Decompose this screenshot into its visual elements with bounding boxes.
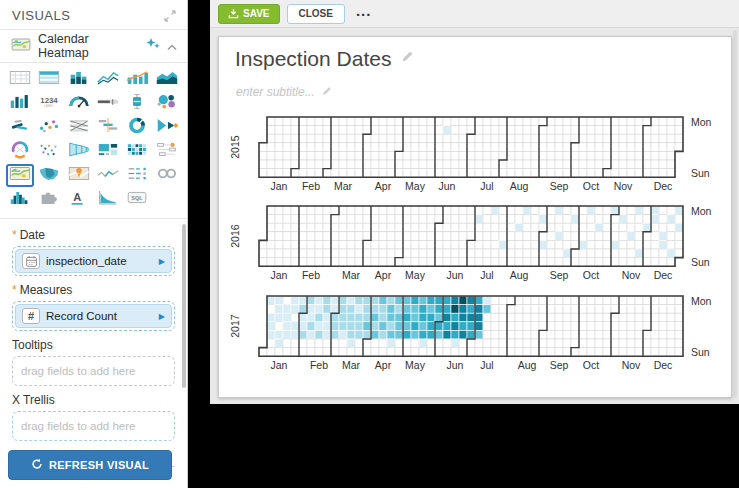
extension-icon	[37, 188, 61, 211]
drop-zone-x-trellis[interactable]: drag fields to add here	[12, 411, 175, 441]
visual-title[interactable]: Inspection Dates	[235, 47, 391, 71]
visual-type-chord[interactable]	[6, 140, 34, 163]
visual-type-scatter-dense[interactable]	[35, 140, 63, 163]
bars-icon	[8, 92, 32, 115]
svg-text:Dec: Dec	[654, 359, 673, 371]
svg-text:Aug: Aug	[510, 269, 529, 281]
visual-type-rich-text[interactable]: A	[65, 188, 93, 211]
edit-title-icon[interactable]	[400, 50, 414, 68]
field-options-caret-icon[interactable]: ▶	[159, 312, 165, 321]
histogram-icon	[8, 188, 32, 211]
visual-type-sql[interactable]: SQL	[123, 188, 151, 211]
download-icon	[228, 8, 239, 19]
visual-type-word-cloud[interactable]	[6, 116, 34, 139]
refresh-visual-button[interactable]: REFRESH VISUAL	[8, 450, 172, 480]
visual-type-field-list[interactable]	[123, 164, 151, 187]
word-cloud-icon	[8, 116, 32, 139]
visual-type-table[interactable]	[6, 68, 34, 91]
calendar-heatmap-2016[interactable]: JanFebMarAprMayJunJulAugSepOctNovDec2016…	[219, 204, 732, 290]
svg-text:Mar: Mar	[342, 269, 361, 281]
svg-text:Apr: Apr	[375, 180, 392, 192]
field-pill-record-count[interactable]: #Record Count▶	[15, 304, 172, 328]
visual-type-histogram[interactable]	[6, 188, 34, 211]
visual-type-gantt[interactable]	[94, 116, 122, 139]
expand-panel-icon[interactable]	[163, 9, 177, 23]
save-button[interactable]: SAVE	[218, 4, 280, 24]
field-pill-inspection_date[interactable]: inspection_date▶	[15, 249, 172, 273]
field-pill-label: inspection_date	[46, 255, 153, 267]
calendar-heatmap-2015[interactable]: JanFebMarAprMayJunJulAugSepOctNovDec2015…	[219, 115, 732, 201]
visual-type-stacked-bar[interactable]	[65, 68, 93, 91]
svg-text:Dec: Dec	[654, 269, 673, 281]
drop-zone-tooltips[interactable]: drag fields to add here	[12, 356, 175, 386]
selected-visual-row[interactable]: Calendar Heatmap	[0, 29, 187, 63]
svg-text:A: A	[73, 191, 81, 203]
svg-text:2016: 2016	[229, 224, 241, 248]
visual-type-network[interactable]	[153, 140, 181, 163]
visual-type-link[interactable]	[153, 164, 181, 187]
correlation-flow-icon	[67, 116, 91, 139]
visual-type-bullet[interactable]	[94, 92, 122, 115]
visual-type-packed-bubbles[interactable]	[153, 92, 181, 115]
main-scrollbar[interactable]	[733, 30, 737, 398]
visual-type-grid: 1234LABELASQL	[0, 63, 187, 219]
chevron-up-icon[interactable]	[167, 37, 177, 55]
calendar-icon	[22, 253, 40, 269]
svg-text:Jan: Jan	[271, 359, 288, 371]
edit-subtitle-icon[interactable]	[321, 83, 332, 101]
svg-text:Nov: Nov	[614, 180, 633, 192]
visual-type-funnel[interactable]	[153, 116, 181, 139]
field-label-date: *Date	[12, 228, 175, 242]
visual-type-calendar-heatmap[interactable]	[6, 164, 34, 187]
visual-type-extension[interactable]	[35, 188, 63, 211]
visual-type-gauge[interactable]	[65, 92, 93, 115]
visual-type-decay-chart[interactable]	[94, 188, 122, 211]
visual-type-treemap[interactable]	[94, 140, 122, 163]
screenshot-root: VISUALS Calendar Heatmap 1234LABELASQL *…	[0, 0, 739, 488]
field-options-caret-icon[interactable]: ▶	[159, 257, 165, 266]
visual-type-box-plot[interactable]	[123, 92, 151, 115]
gauge-icon	[67, 92, 91, 115]
field-label-tooltips: Tooltips	[12, 338, 175, 352]
sparkles-icon[interactable]	[145, 37, 161, 55]
visual-type-scatter[interactable]	[35, 116, 63, 139]
packed-bubbles-icon	[155, 92, 179, 115]
visuals-panel: VISUALS Calendar Heatmap 1234LABELASQL *…	[0, 0, 188, 488]
close-button-label: CLOSE	[299, 8, 333, 19]
visual-type-interactive-map[interactable]	[65, 164, 93, 187]
visual-type-heatmap[interactable]	[123, 140, 151, 163]
area-icon	[155, 68, 179, 91]
visual-type-sparkline[interactable]	[94, 164, 122, 187]
visual-type-lines[interactable]	[94, 68, 122, 91]
rich-text-icon: A	[67, 188, 91, 211]
visual-card: Inspection Dates enter subtitle... JanFe…	[218, 36, 732, 398]
svg-text:LABEL: LABEL	[44, 105, 54, 109]
visuals-panel-title: VISUALS	[12, 8, 70, 23]
visual-type-donut[interactable]	[123, 116, 151, 139]
field-shelf-measures: #Record Count▶	[12, 301, 175, 331]
visual-type-correlation-flow[interactable]	[65, 116, 93, 139]
svg-text:2015: 2015	[229, 135, 241, 159]
visual-subtitle-placeholder[interactable]: enter subtitle...	[236, 85, 315, 99]
required-marker: *	[12, 283, 17, 297]
visual-type-kpi[interactable]: 1234LABEL	[35, 92, 63, 115]
visual-type-horizontal-funnel[interactable]	[65, 140, 93, 163]
svg-text:Oct: Oct	[583, 359, 599, 371]
visual-type-bars[interactable]	[6, 92, 34, 115]
calendar-heatmap-2017[interactable]: JanFebMarAprMayJunJulAugSepOctNovDec2017…	[219, 294, 732, 380]
editor-main: SAVE CLOSE ... Inspection Dates enter su…	[210, 0, 739, 404]
visual-type-choropleth-map[interactable]	[35, 164, 63, 187]
svg-text:Mar: Mar	[334, 180, 353, 192]
svg-text:Dec: Dec	[654, 180, 673, 192]
sidebar-scrollbar[interactable]	[182, 224, 186, 388]
more-options-button[interactable]: ...	[352, 7, 376, 21]
svg-text:Sep: Sep	[550, 359, 569, 371]
visual-type-cross-tabulation[interactable]	[35, 68, 63, 91]
choropleth-map-icon	[37, 164, 61, 187]
treemap-icon	[96, 140, 120, 163]
table-icon	[8, 68, 32, 91]
visual-type-area[interactable]	[153, 68, 181, 91]
sparkline-icon	[96, 164, 120, 187]
close-button[interactable]: CLOSE	[287, 4, 345, 24]
visual-type-bar-line-combo[interactable]	[123, 68, 151, 91]
